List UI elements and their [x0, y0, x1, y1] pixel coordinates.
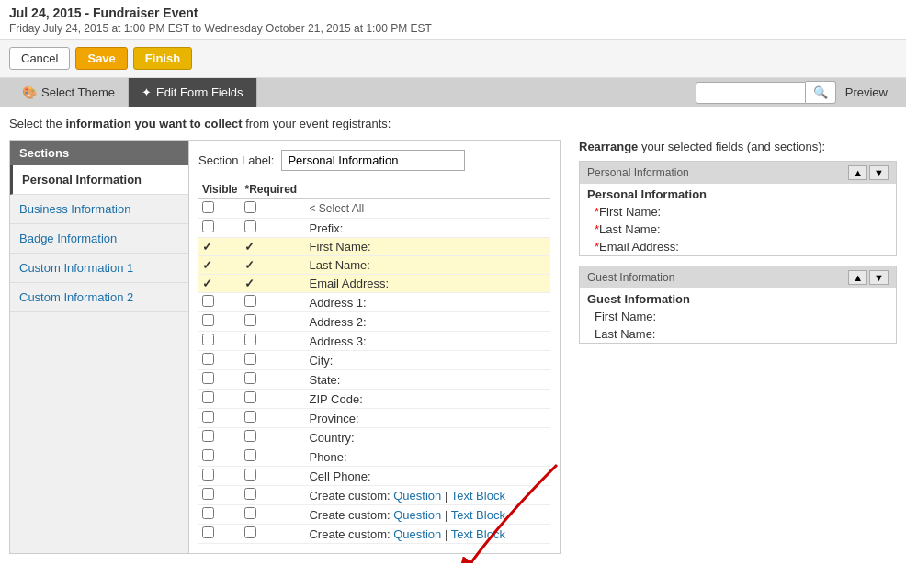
- custom2-label: Create custom: Question | Text Block: [305, 505, 550, 525]
- address1-required-checkbox[interactable]: [244, 295, 256, 307]
- create-custom-row-1: Create custom: Question | Text Block: [198, 486, 550, 505]
- visible-header: Visible: [198, 180, 241, 199]
- sidebar-item-personal-information[interactable]: Personal Information: [10, 165, 188, 195]
- rearrange-label: Rearrange: [579, 140, 638, 153]
- section-label-input[interactable]: [281, 150, 465, 171]
- page-subtitle: Friday July 24, 2015 at 1:00 PM EST to W…: [9, 22, 897, 35]
- custom2-textblock-link[interactable]: Text Block: [451, 508, 505, 522]
- custom3-label: Create custom: Question | Text Block: [305, 525, 550, 544]
- form-fields: Section Label: Visible *Required: [189, 141, 560, 553]
- table-row: ✓ ✓ Email Address:: [198, 275, 550, 293]
- table-row: Prefix:: [198, 219, 550, 238]
- form-area: Sections Personal Information Business I…: [9, 140, 561, 554]
- country-required-checkbox[interactable]: [244, 430, 256, 442]
- zip-visible-checkbox[interactable]: [202, 391, 214, 403]
- section-arrows: ▲ ▼: [848, 165, 889, 180]
- zip-required-checkbox[interactable]: [244, 391, 256, 403]
- sidebar-item-label: Custom Information 2: [19, 290, 133, 304]
- visible-select-all-checkbox[interactable]: [202, 201, 214, 213]
- cancel-button[interactable]: Cancel: [9, 47, 70, 70]
- right-section-guest-title: Guest Information: [580, 288, 896, 308]
- custom2-visible-checkbox[interactable]: [202, 507, 214, 519]
- address2-label: Address 2:: [305, 312, 550, 332]
- first-name-label: First Name:: [305, 238, 550, 256]
- address3-visible-checkbox[interactable]: [202, 334, 214, 345]
- sidebar-item-business-information[interactable]: Business Information: [10, 195, 188, 224]
- sidebar-item-badge-information[interactable]: Badge Information: [10, 224, 188, 254]
- custom3-textblock-link[interactable]: Text Block: [451, 527, 505, 541]
- select-all-row: < Select All: [198, 199, 550, 219]
- cell-label: Cell Phone:: [305, 467, 550, 486]
- theme-icon: 🎨: [22, 85, 37, 99]
- section-down-button[interactable]: ▼: [869, 165, 889, 180]
- sections-header: Sections: [10, 141, 188, 165]
- guest-section-up-button[interactable]: ▲: [848, 270, 867, 285]
- finish-button[interactable]: Finish: [133, 47, 192, 70]
- prefix-required-checkbox[interactable]: [244, 220, 256, 232]
- table-row: Address 1:: [198, 293, 550, 312]
- right-section-personal-title: Personal Information: [580, 184, 896, 203]
- city-required-checkbox[interactable]: [244, 353, 256, 365]
- address2-visible-checkbox[interactable]: [202, 314, 214, 326]
- custom3-required-checkbox[interactable]: [244, 526, 256, 538]
- required-select-all-checkbox[interactable]: [244, 201, 256, 213]
- save-button[interactable]: Save: [75, 47, 127, 70]
- instruction: Select the information you want to colle…: [9, 117, 897, 130]
- phone-required-checkbox[interactable]: [244, 449, 256, 461]
- first-name-visible-check: ✓: [202, 240, 212, 254]
- search-icon[interactable]: 🔍: [806, 81, 836, 104]
- prefix-label: Prefix:: [305, 219, 550, 238]
- cell-visible-checkbox[interactable]: [202, 469, 214, 481]
- province-visible-checkbox[interactable]: [202, 411, 214, 423]
- guest-section-arrows: ▲ ▼: [848, 270, 889, 285]
- address2-required-checkbox[interactable]: [244, 314, 256, 326]
- required-star: *: [595, 240, 599, 254]
- table-row: Address 2:: [198, 312, 550, 332]
- sections-sidebar: Sections Personal Information Business I…: [10, 141, 189, 553]
- preview-label[interactable]: Preview: [836, 82, 897, 103]
- left-panel: Sections Personal Information Business I…: [9, 140, 561, 554]
- main-content: Select the information you want to colle…: [0, 107, 906, 563]
- country-visible-checkbox[interactable]: [202, 430, 214, 442]
- address1-visible-checkbox[interactable]: [202, 295, 214, 307]
- sidebar-item-custom-information-2[interactable]: Custom Information 2: [10, 283, 188, 312]
- table-row: Province:: [198, 409, 550, 428]
- email-required-check: ✓: [244, 277, 255, 290]
- custom2-question-link[interactable]: Question: [393, 508, 441, 522]
- tab-edit-form-fields[interactable]: ✦ Edit Form Fields: [129, 78, 257, 107]
- custom1-label: Create custom: Question | Text Block: [305, 486, 550, 505]
- required-header: *Required: [241, 180, 305, 199]
- table-row: Phone:: [198, 447, 550, 467]
- rearrange-suffix: your selected fields (and sections):: [638, 140, 825, 153]
- guest-section-down-button[interactable]: ▼: [869, 270, 889, 285]
- state-visible-checkbox[interactable]: [202, 372, 214, 384]
- city-visible-checkbox[interactable]: [202, 353, 214, 365]
- sidebar-item-custom-information-1[interactable]: Custom Information 1: [10, 254, 188, 283]
- sidebar-item-label: Business Information: [19, 202, 130, 216]
- right-section-personal-header-label: Personal Information: [587, 166, 689, 179]
- prefix-visible-checkbox[interactable]: [202, 220, 214, 232]
- state-required-checkbox[interactable]: [244, 372, 256, 384]
- custom3-visible-checkbox[interactable]: [202, 526, 214, 538]
- edit-icon: ✦: [142, 85, 152, 99]
- address3-label: Address 3:: [305, 332, 550, 351]
- tab-select-theme[interactable]: 🎨 Select Theme: [9, 78, 129, 107]
- required-star: *: [595, 222, 599, 236]
- section-label-row: Section Label:: [198, 150, 550, 171]
- custom1-textblock-link[interactable]: Text Block: [451, 489, 505, 503]
- custom1-question-link[interactable]: Question: [393, 489, 441, 503]
- phone-visible-checkbox[interactable]: [202, 449, 214, 461]
- action-bar: Cancel Save Finish: [0, 40, 906, 78]
- custom3-question-link[interactable]: Question: [393, 527, 441, 541]
- province-required-checkbox[interactable]: [244, 411, 256, 423]
- cell-required-checkbox[interactable]: [244, 469, 256, 481]
- address3-required-checkbox[interactable]: [244, 334, 256, 345]
- required-star: *: [595, 205, 599, 219]
- instruction-prefix: Select the: [9, 117, 65, 130]
- search-input[interactable]: [696, 82, 806, 104]
- custom2-required-checkbox[interactable]: [244, 507, 256, 519]
- custom1-required-checkbox[interactable]: [244, 488, 256, 500]
- field-name-header: [305, 180, 550, 199]
- custom1-visible-checkbox[interactable]: [202, 488, 214, 500]
- section-up-button[interactable]: ▲: [848, 165, 867, 180]
